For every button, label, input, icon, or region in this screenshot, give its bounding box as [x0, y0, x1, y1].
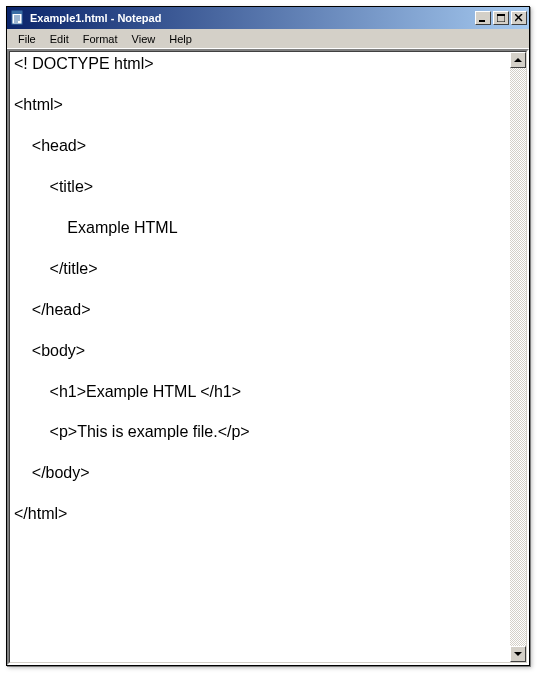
notepad-window: Example1.html - Notepad File Edit Format… — [6, 6, 530, 666]
svg-rect-8 — [497, 14, 505, 16]
minimize-button[interactable] — [475, 11, 491, 25]
menu-edit[interactable]: Edit — [43, 31, 76, 47]
scroll-up-button[interactable] — [510, 52, 526, 68]
svg-rect-1 — [12, 11, 22, 14]
window-controls — [475, 11, 527, 25]
svg-rect-6 — [479, 20, 485, 22]
scrollbar-track[interactable] — [510, 68, 526, 646]
menu-format[interactable]: Format — [76, 31, 125, 47]
client-area: <! DOCTYPE html> <html> <head> <title> E… — [7, 49, 529, 665]
menu-help[interactable]: Help — [162, 31, 199, 47]
client-inner: <! DOCTYPE html> <html> <head> <title> E… — [9, 51, 527, 663]
svg-marker-11 — [514, 58, 522, 62]
title-bar[interactable]: Example1.html - Notepad — [7, 7, 529, 29]
menu-view[interactable]: View — [125, 31, 163, 47]
menu-bar: File Edit Format View Help — [7, 29, 529, 49]
maximize-button[interactable] — [493, 11, 509, 25]
notepad-icon — [10, 10, 26, 26]
vertical-scrollbar[interactable] — [510, 52, 526, 662]
menu-file[interactable]: File — [11, 31, 43, 47]
text-editor[interactable]: <! DOCTYPE html> <html> <head> <title> E… — [10, 52, 510, 662]
svg-marker-12 — [514, 652, 522, 656]
close-button[interactable] — [511, 11, 527, 25]
window-title: Example1.html - Notepad — [30, 12, 475, 24]
scroll-down-button[interactable] — [510, 646, 526, 662]
